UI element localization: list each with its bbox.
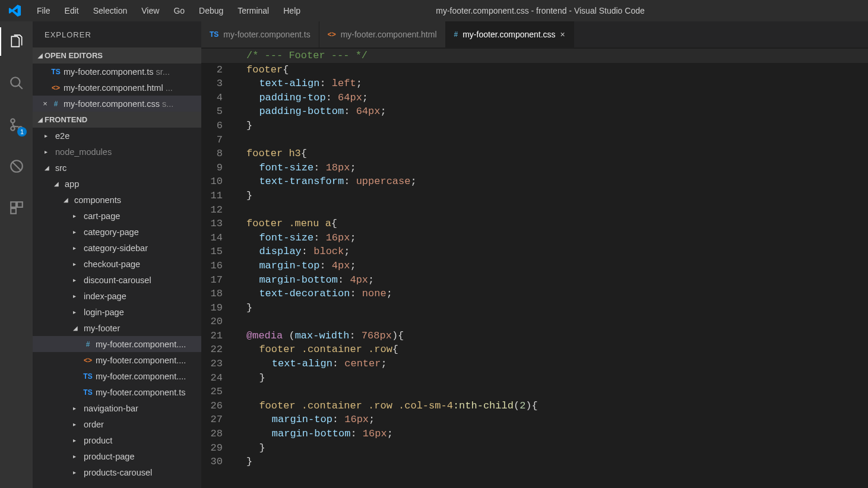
svg-rect-8 bbox=[17, 202, 23, 207]
editor-tab[interactable]: <>my-footer.component.html bbox=[319, 21, 446, 47]
tab-label: my-footer.component.ts bbox=[223, 30, 310, 39]
tree-file[interactable]: <>my-footer.component.... bbox=[33, 352, 201, 368]
file-type-icon: # bbox=[83, 340, 93, 348]
code-content[interactable]: /* --- Footer --- */footer{ text-align: … bbox=[237, 49, 868, 488]
chevron-right-icon: ▸ bbox=[73, 437, 80, 443]
tree-folder[interactable]: ◢my-footer bbox=[33, 320, 201, 336]
file-type-icon: <> bbox=[83, 356, 93, 365]
menu-edit[interactable]: Edit bbox=[58, 0, 86, 21]
activity-debug-icon[interactable] bbox=[0, 152, 33, 180]
folder-name: navigation-bar bbox=[81, 404, 199, 413]
editor-area: TSmy-footer.component.ts<>my-footer.comp… bbox=[201, 21, 868, 488]
activity-extensions-icon[interactable] bbox=[0, 194, 33, 222]
chevron-down-icon: ◢ bbox=[36, 116, 45, 123]
file-type-icon: # bbox=[50, 100, 61, 108]
chevron-down-icon: ◢ bbox=[45, 164, 52, 171]
tree-folder[interactable]: ▸login-page bbox=[33, 304, 201, 320]
folder-name: discount-carousel bbox=[81, 275, 199, 285]
open-editor-item[interactable]: ×#my-footer.component.css s... bbox=[33, 96, 201, 112]
app-logo bbox=[0, 4, 30, 17]
file-type-icon: TS bbox=[83, 372, 93, 381]
section-label: OPEN EDITORS bbox=[45, 51, 103, 60]
tree-folder[interactable]: ◢src bbox=[33, 160, 201, 176]
sidebar-title: EXPLORER bbox=[33, 21, 201, 47]
tree-folder[interactable]: ▸node_modules bbox=[33, 144, 201, 160]
svg-line-1 bbox=[18, 85, 23, 89]
chevron-right-icon: ▸ bbox=[73, 309, 80, 315]
file-type-icon: <> bbox=[50, 84, 61, 92]
tree-folder[interactable]: ▸products-carousel bbox=[33, 464, 201, 480]
file-type-icon: <> bbox=[328, 30, 336, 39]
folder-name: cart-page bbox=[81, 211, 199, 221]
activity-scm-icon[interactable]: 1 bbox=[0, 110, 33, 139]
close-icon[interactable]: × bbox=[560, 30, 565, 39]
chevron-down-icon: ◢ bbox=[36, 52, 45, 59]
file-name: my-footer.component.ts bbox=[96, 388, 199, 397]
menu-debug[interactable]: Debug bbox=[192, 0, 230, 21]
tree-folder[interactable]: ▸order bbox=[33, 416, 201, 432]
section-open-editors[interactable]: ◢ OPEN EDITORS bbox=[33, 47, 201, 64]
editor-tab[interactable]: TSmy-footer.component.ts bbox=[201, 21, 319, 47]
chevron-right-icon: ▸ bbox=[73, 293, 80, 299]
tree-folder[interactable]: ◢components bbox=[33, 192, 201, 208]
svg-point-4 bbox=[11, 126, 15, 131]
folder-name: products-carousel bbox=[81, 468, 199, 477]
code-editor[interactable]: 1234567891011121314151617181920212223242… bbox=[201, 47, 868, 488]
tab-label: my-footer.component.css bbox=[462, 30, 555, 39]
svg-line-6 bbox=[12, 161, 21, 170]
menu-help[interactable]: Help bbox=[276, 0, 308, 21]
open-editor-item[interactable]: TSmy-footer.component.ts sr... bbox=[33, 64, 201, 80]
close-icon[interactable]: × bbox=[40, 99, 50, 108]
menu-bar: FileEditSelectionViewGoDebugTerminalHelp… bbox=[0, 0, 868, 21]
folder-name: login-page bbox=[81, 308, 199, 317]
tree-folder[interactable]: ▸category-sidebar bbox=[33, 240, 201, 256]
activity-explorer-icon[interactable] bbox=[0, 27, 33, 56]
tree-folder[interactable]: ▸product bbox=[33, 432, 201, 448]
window-title: my-footer.component.css - frontend - Vis… bbox=[308, 6, 868, 15]
sidebar-explorer: EXPLORER ◢ OPEN EDITORS TSmy-footer.comp… bbox=[33, 21, 201, 488]
chevron-right-icon: ▸ bbox=[45, 132, 52, 139]
tree-folder[interactable]: ▸navigation-bar bbox=[33, 400, 201, 416]
svg-rect-7 bbox=[11, 202, 16, 207]
chevron-right-icon: ▸ bbox=[73, 405, 80, 411]
editor-tab[interactable]: #my-footer.component.css× bbox=[446, 21, 574, 47]
tree-folder[interactable]: ▸e2e bbox=[33, 128, 201, 144]
chevron-right-icon: ▸ bbox=[73, 453, 80, 460]
tree-folder[interactable]: ▸checkout-page bbox=[33, 256, 201, 272]
chevron-right-icon: ▸ bbox=[73, 277, 80, 283]
tree-folder[interactable]: ◢app bbox=[33, 176, 201, 192]
chevron-right-icon: ▸ bbox=[73, 213, 80, 219]
folder-name: index-page bbox=[81, 291, 199, 301]
activity-search-icon[interactable] bbox=[0, 69, 33, 97]
tree-folder[interactable]: ▸discount-carousel bbox=[33, 272, 201, 288]
menu-file[interactable]: File bbox=[30, 0, 58, 21]
menu-go[interactable]: Go bbox=[166, 0, 192, 21]
file-name: my-footer.component.... bbox=[96, 340, 199, 349]
tree-folder[interactable]: ▸category-page bbox=[33, 224, 201, 240]
tree-folder[interactable]: ▸product-page bbox=[33, 448, 201, 464]
folder-name: app bbox=[62, 179, 199, 189]
tree-folder[interactable]: ▸index-page bbox=[33, 288, 201, 304]
tree-folder[interactable]: ▸cart-page bbox=[33, 208, 201, 224]
file-name: my-footer.component.html ... bbox=[64, 83, 199, 93]
file-name: my-footer.component.css s... bbox=[64, 99, 199, 109]
folder-name: e2e bbox=[53, 131, 199, 141]
chevron-right-icon: ▸ bbox=[73, 261, 80, 267]
chevron-right-icon: ▸ bbox=[73, 469, 80, 476]
chevron-down-icon: ◢ bbox=[73, 325, 80, 331]
tree-file[interactable]: #my-footer.component.... bbox=[33, 336, 201, 352]
line-number-gutter: 1234567891011121314151617181920212223242… bbox=[201, 49, 237, 488]
menu-terminal[interactable]: Terminal bbox=[230, 0, 276, 21]
tree-file[interactable]: TSmy-footer.component.ts bbox=[33, 384, 201, 400]
folder-name: order bbox=[81, 420, 199, 429]
section-workspace[interactable]: ◢ FRONTEND bbox=[33, 112, 201, 128]
svg-point-2 bbox=[11, 119, 15, 123]
menu-view[interactable]: View bbox=[134, 0, 166, 21]
chevron-right-icon: ▸ bbox=[73, 421, 80, 427]
open-editor-item[interactable]: <>my-footer.component.html ... bbox=[33, 80, 201, 96]
chevron-right-icon: ▸ bbox=[73, 245, 80, 251]
folder-name: my-footer bbox=[81, 324, 199, 333]
tree-file[interactable]: TSmy-footer.component.... bbox=[33, 368, 201, 384]
menu-selection[interactable]: Selection bbox=[86, 0, 135, 21]
folder-name: product-page bbox=[81, 452, 199, 461]
